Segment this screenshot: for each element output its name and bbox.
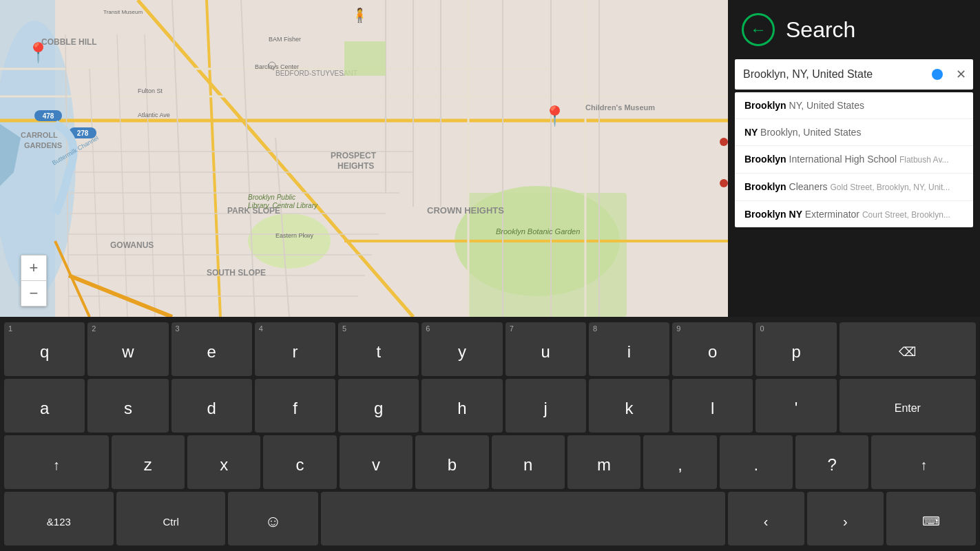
key-k[interactable]: k [589, 379, 669, 433]
key-w[interactable]: 2w [87, 322, 168, 376]
keyboard-row-4: &123 Ctrl ☺ ‹ › ⌨ [4, 492, 976, 545]
key-l[interactable]: l [672, 379, 753, 433]
key-i[interactable]: 8i [589, 322, 669, 376]
key-m[interactable]: m [567, 435, 640, 489]
key-z[interactable]: z [112, 435, 185, 489]
suggestion-primary-1: NY [744, 127, 760, 138]
search-panel-title: Search [786, 17, 855, 43]
keyboard-area: 1q 2w 3e 4r 5t 6y 7u 8i 9o 0p ⌫ a s d f … [0, 317, 980, 551]
svg-text:Brooklyn Botanic Garden: Brooklyn Botanic Garden [496, 227, 580, 236]
key-a[interactable]: a [4, 379, 85, 433]
svg-text:GARDENS: GARDENS [24, 141, 62, 149]
key-r[interactable]: 4r [255, 322, 335, 376]
key-question[interactable]: ? [795, 435, 868, 489]
suggestion-item-3[interactable]: Brooklyn Cleaners Gold Street, Brooklyn,… [735, 174, 973, 201]
svg-text:Atlantic Ave: Atlantic Ave [138, 112, 170, 118]
key-keyboard[interactable]: ⌨ [886, 492, 976, 545]
key-h[interactable]: h [421, 379, 502, 433]
key-q[interactable]: 1q [4, 322, 85, 376]
svg-text:CARROLL: CARROLL [21, 131, 58, 139]
key-emoji[interactable]: ☺ [228, 492, 317, 545]
key-backspace[interactable]: ⌫ [840, 322, 976, 376]
search-header: ← Search [728, 0, 980, 59]
svg-text:Children's Museum: Children's Museum [585, 103, 655, 112]
map-side-marker-2 [720, 179, 728, 187]
suggestion-item-2[interactable]: Brooklyn International High School Flatb… [735, 146, 973, 174]
svg-text:Eastern Pkwy: Eastern Pkwy [275, 232, 314, 239]
suggestion-secondary-2: International High School [789, 154, 899, 165]
zoom-controls: + − [21, 255, 47, 306]
svg-text:Transit Museum: Transit Museum [103, 9, 143, 15]
key-fn[interactable]: &123 [4, 492, 114, 545]
svg-text:278: 278 [77, 129, 89, 137]
key-comma[interactable]: , [643, 435, 716, 489]
street-view-icon: 🧍 [351, 7, 368, 23]
back-button[interactable]: ← [742, 13, 775, 46]
key-space[interactable] [321, 492, 725, 545]
zoom-in-button[interactable]: + [21, 256, 46, 280]
key-s[interactable]: s [87, 379, 168, 433]
map-pin-1: 📍 [26, 41, 50, 64]
svg-text:Barclays Center: Barclays Center [255, 63, 299, 70]
key-c[interactable]: c [263, 435, 336, 489]
search-input[interactable] [735, 59, 932, 90]
key-e[interactable]: 3e [171, 322, 252, 376]
back-arrow-icon: ← [750, 21, 767, 38]
map-side-marker-1 [720, 138, 728, 146]
key-ctrl[interactable]: Ctrl [116, 492, 226, 545]
suggestion-secondary-1: Brooklyn, United States [760, 127, 861, 138]
key-x[interactable]: x [187, 435, 260, 489]
search-loading-indicator [932, 69, 943, 80]
keyboard-row-3: ↑ z x c v b n m , . ? ↑ [4, 435, 976, 489]
map-pin-2: 📍 [543, 105, 567, 127]
zoom-out-button[interactable]: − [21, 281, 46, 306]
key-o[interactable]: 9o [672, 322, 753, 376]
suggestions-list: Brooklyn NY, United States NY Brooklyn, … [735, 92, 973, 227]
key-p[interactable]: 0p [755, 322, 836, 376]
search-panel: ← Search ✕ Brooklyn NY, United States NY… [728, 0, 980, 317]
key-shift-left[interactable]: ↑ [4, 435, 109, 489]
key-t[interactable]: 5t [338, 322, 419, 376]
svg-rect-60 [344, 41, 386, 76]
svg-text:BAM Fisher: BAM Fisher [269, 36, 301, 43]
svg-text:HEIGHTS: HEIGHTS [337, 161, 374, 171]
key-period[interactable]: . [720, 435, 793, 489]
suggestion-item-1[interactable]: NY Brooklyn, United States [735, 119, 973, 146]
suggestion-item-4[interactable]: Brooklyn NY Exterminator Court Street, B… [735, 201, 973, 228]
key-left-arrow[interactable]: ‹ [728, 492, 804, 545]
suggestion-primary-3: Brooklyn [744, 181, 789, 192]
svg-text:Brooklyn Public: Brooklyn Public [248, 194, 295, 201]
key-b[interactable]: b [415, 435, 488, 489]
keyboard-row-1: 1q 2w 3e 4r 5t 6y 7u 8i 9o 0p ⌫ [4, 322, 976, 376]
suggestion-primary-2: Brooklyn [744, 154, 789, 165]
key-u[interactable]: 7u [505, 322, 586, 376]
svg-text:CROWN HEIGHTS: CROWN HEIGHTS [427, 205, 504, 216]
svg-text:SOUTH SLOPE: SOUTH SLOPE [207, 268, 266, 278]
map-area[interactable]: 478 278 COBBLE HILL CARROLL GARDENS GOWA… [0, 0, 728, 317]
svg-text:GOWANUS: GOWANUS [110, 240, 154, 250]
key-y[interactable]: 6y [421, 322, 502, 376]
suggestion-detail-3: Gold Street, Brooklyn, NY, Unit... [831, 183, 950, 192]
key-v[interactable]: v [340, 435, 413, 489]
key-shift-right[interactable]: ↑ [871, 435, 976, 489]
suggestion-detail-4: Court Street, Brooklyn... [862, 210, 950, 220]
key-n[interactable]: n [492, 435, 565, 489]
suggestion-detail-2: Flatbush Av... [899, 155, 949, 165]
svg-text:PROSPECT: PROSPECT [331, 151, 377, 160]
key-j[interactable]: j [505, 379, 586, 433]
svg-text:478: 478 [43, 112, 54, 120]
suggestion-primary-0: Brooklyn [744, 100, 789, 111]
key-apostrophe[interactable]: ' [755, 379, 836, 433]
suggestion-secondary-4: Exterminator [805, 209, 862, 220]
svg-text:Library. Central Library: Library. Central Library [248, 202, 318, 209]
key-g[interactable]: g [338, 379, 419, 433]
suggestion-item-0[interactable]: Brooklyn NY, United States [735, 92, 973, 119]
suggestion-primary-4: Brooklyn NY [744, 209, 805, 220]
search-clear-button[interactable]: ✕ [948, 62, 973, 87]
key-enter[interactable]: Enter [840, 379, 976, 433]
key-right-arrow[interactable]: › [807, 492, 884, 545]
svg-text:Fulton St: Fulton St [138, 87, 163, 94]
keyboard-row-2: a s d f g h j k l ' Enter [4, 379, 976, 433]
key-d[interactable]: d [171, 379, 252, 433]
key-f[interactable]: f [255, 379, 335, 433]
